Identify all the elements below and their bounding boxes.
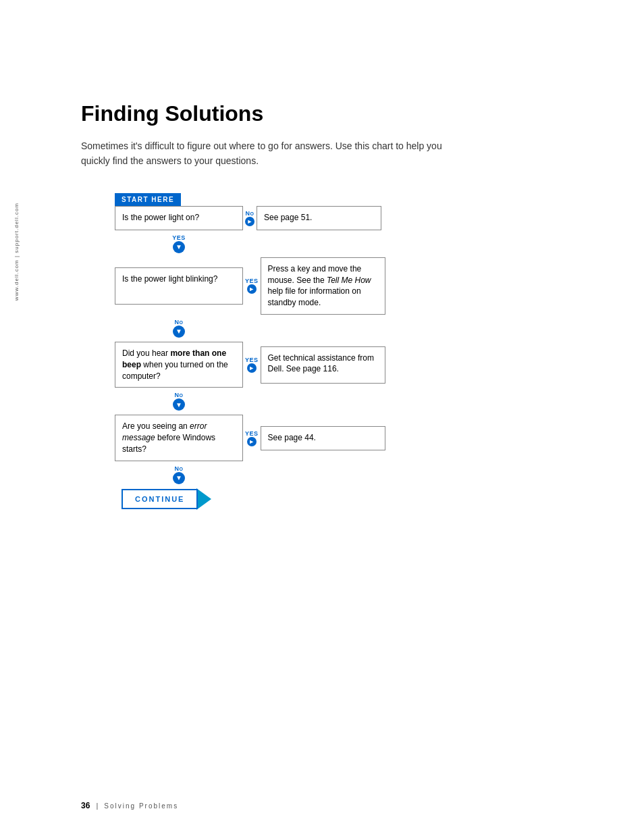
- footer-page-number: 36: [81, 801, 90, 810]
- answer-text-2-yes: Press a key and move the mouse. See the …: [268, 264, 371, 307]
- footer-section: Solving Problems: [104, 802, 178, 810]
- answer-box-4-yes: See page 44.: [261, 426, 385, 450]
- flow-row-3: Did you hear more than one beep when you…: [115, 342, 554, 411]
- flow-row-4: Are you seeing an error message before W…: [115, 415, 554, 484]
- no-arrow-2: ▼: [173, 325, 185, 338]
- no-label-3: NO: [175, 392, 184, 398]
- yes-arrow-1: ▼: [173, 241, 185, 253]
- question-row-2: Is the power light blinking? YES ► Press…: [115, 257, 554, 315]
- continue-label: CONTINUE: [135, 495, 184, 503]
- question-box-1: Is the power light on?: [115, 206, 243, 230]
- yes-arrow-2: ►: [247, 284, 257, 294]
- continue-button[interactable]: CONTINUE: [122, 489, 198, 509]
- no-down-2: NO ▼: [115, 319, 243, 338]
- flow-row-1: Is the power light on? NO ► See page 51.…: [115, 206, 554, 253]
- main-content: Finding Solutions Sometimes it's difficu…: [81, 101, 608, 510]
- no-label-2: NO: [175, 319, 184, 325]
- flowchart: START HERE Is the power light on? NO ►: [115, 192, 554, 510]
- start-here-box: START HERE: [115, 193, 181, 206]
- page-title: Finding Solutions: [81, 101, 608, 126]
- answer-box-2-yes: Press a key and move the mouse. See the …: [261, 257, 385, 315]
- flow-row-2: Is the power light blinking? YES ► Press…: [115, 257, 554, 338]
- yes-label-3: YES: [245, 357, 259, 363]
- question-box-4: Are you seeing an error message before W…: [115, 415, 243, 461]
- yes-label-4: YES: [245, 430, 259, 437]
- no-arrow-4: ▼: [173, 472, 185, 484]
- question-box-3: Did you hear more than one beep when you…: [115, 342, 243, 388]
- footer-separator: |: [96, 802, 98, 810]
- yes-label-2: YES: [245, 278, 259, 284]
- footer: 36 | Solving Problems: [81, 801, 178, 810]
- answer-text-4-yes: See page 44.: [268, 433, 316, 442]
- start-here-container: START HERE: [115, 192, 554, 206]
- question-text-4: Are you seeing an error message before W…: [122, 421, 215, 454]
- answer-box-1-no: See page 51.: [257, 206, 381, 230]
- yes-arrow-4: ►: [247, 437, 257, 446]
- sidebar-text: www.dell.com | support.dell.com: [14, 203, 20, 301]
- yes-connector-3: YES ►: [245, 357, 259, 373]
- question-row-4: Are you seeing an error message before W…: [115, 415, 554, 461]
- yes-down-1: YES ▼: [115, 234, 243, 253]
- question-row-1: Is the power light on? NO ► See page 51.: [115, 206, 554, 230]
- intro-text: Sometimes it's difficult to figure out w…: [81, 138, 459, 169]
- answer-text-1-no: See page 51.: [264, 213, 312, 222]
- continue-button-wrapper[interactable]: CONTINUE: [122, 488, 554, 510]
- question-text-3: Did you hear more than one beep when you…: [122, 348, 228, 381]
- question-box-2: Is the power light blinking?: [115, 267, 243, 305]
- no-arrow-1: ►: [245, 217, 254, 226]
- no-arrow-3: ▼: [173, 398, 185, 411]
- question-text-2: Is the power light blinking?: [122, 274, 217, 284]
- answer-box-3-yes: Get technical assistance from Dell. See …: [261, 346, 385, 384]
- yes-arrow-3: ►: [247, 363, 257, 373]
- no-label-1: NO: [246, 210, 254, 217]
- answer-text-3-yes: Get technical assistance from Dell. See …: [268, 353, 374, 374]
- sidebar-url: www.dell.com | support.dell.com: [14, 203, 20, 301]
- no-down-3: NO ▼: [115, 392, 243, 411]
- yes-connector-2: YES ►: [245, 278, 259, 294]
- question-row-3: Did you hear more than one beep when you…: [115, 342, 554, 388]
- yes-connector-4: YES ►: [245, 430, 259, 446]
- page-container: www.dell.com | support.dell.com Finding …: [0, 0, 644, 834]
- no-down-4: NO ▼: [115, 465, 243, 484]
- continue-container: CONTINUE: [122, 488, 554, 510]
- no-label-4: NO: [175, 465, 184, 472]
- question-text-1: Is the power light on?: [122, 213, 199, 222]
- no-connector-1: NO ►: [245, 210, 254, 226]
- continue-arrow-icon: [196, 488, 211, 510]
- yes-label-1: YES: [172, 234, 186, 241]
